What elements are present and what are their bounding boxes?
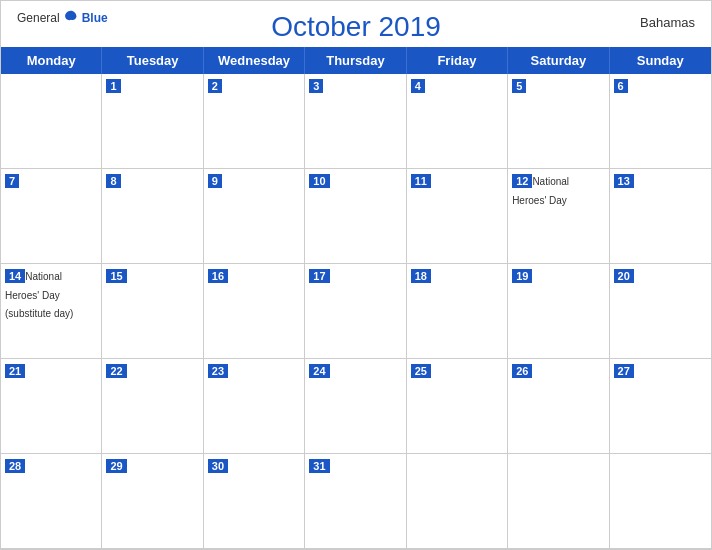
day-header-thursday: Thursday bbox=[305, 47, 406, 74]
day-header-sunday: Sunday bbox=[610, 47, 711, 74]
day-number: 3 bbox=[309, 79, 323, 93]
day-cell: 31 bbox=[305, 454, 406, 549]
calendar-grid: 123456789101112National Heroes' Day1314N… bbox=[1, 74, 711, 549]
day-cell: 3 bbox=[305, 74, 406, 169]
day-cell bbox=[1, 74, 102, 169]
country-label: Bahamas bbox=[640, 15, 695, 30]
day-number: 12 bbox=[512, 174, 532, 188]
month-title: October 2019 bbox=[271, 11, 441, 43]
logo-blue: Blue bbox=[82, 11, 108, 25]
day-cell: 16 bbox=[204, 264, 305, 359]
day-cell: 28 bbox=[1, 454, 102, 549]
day-cell: 5 bbox=[508, 74, 609, 169]
day-number: 2 bbox=[208, 79, 222, 93]
day-number: 24 bbox=[309, 364, 329, 378]
day-cell: 8 bbox=[102, 169, 203, 264]
day-number: 17 bbox=[309, 269, 329, 283]
day-number: 20 bbox=[614, 269, 634, 283]
day-number: 19 bbox=[512, 269, 532, 283]
logo-bird-icon bbox=[62, 9, 80, 27]
day-number: 13 bbox=[614, 174, 634, 188]
day-number: 14 bbox=[5, 269, 25, 283]
day-cell bbox=[407, 454, 508, 549]
day-cell: 24 bbox=[305, 359, 406, 454]
day-cell: 14National Heroes' Day (substitute day) bbox=[1, 264, 102, 359]
day-number: 7 bbox=[5, 174, 19, 188]
day-cell: 26 bbox=[508, 359, 609, 454]
day-number: 5 bbox=[512, 79, 526, 93]
day-cell: 6 bbox=[610, 74, 711, 169]
day-cell: 11 bbox=[407, 169, 508, 264]
day-number: 9 bbox=[208, 174, 222, 188]
day-number: 6 bbox=[614, 79, 628, 93]
day-cell: 13 bbox=[610, 169, 711, 264]
day-number: 10 bbox=[309, 174, 329, 188]
day-number: 29 bbox=[106, 459, 126, 473]
day-number: 1 bbox=[106, 79, 120, 93]
calendar-container: General Blue October 2019 Bahamas Monday… bbox=[0, 0, 712, 550]
day-number: 30 bbox=[208, 459, 228, 473]
day-cell: 30 bbox=[204, 454, 305, 549]
day-cell: 12National Heroes' Day bbox=[508, 169, 609, 264]
day-number: 8 bbox=[106, 174, 120, 188]
logo-general: General bbox=[17, 11, 60, 25]
day-number: 16 bbox=[208, 269, 228, 283]
day-cell: 15 bbox=[102, 264, 203, 359]
day-cell: 4 bbox=[407, 74, 508, 169]
day-number: 27 bbox=[614, 364, 634, 378]
day-header-saturday: Saturday bbox=[508, 47, 609, 74]
logo: General Blue bbox=[17, 9, 108, 27]
day-cell: 2 bbox=[204, 74, 305, 169]
day-header-tuesday: Tuesday bbox=[102, 47, 203, 74]
day-cell: 20 bbox=[610, 264, 711, 359]
day-cell: 23 bbox=[204, 359, 305, 454]
day-cell: 19 bbox=[508, 264, 609, 359]
day-cell: 1 bbox=[102, 74, 203, 169]
day-number: 25 bbox=[411, 364, 431, 378]
day-header-friday: Friday bbox=[407, 47, 508, 74]
day-number: 23 bbox=[208, 364, 228, 378]
day-cell: 21 bbox=[1, 359, 102, 454]
day-cell: 25 bbox=[407, 359, 508, 454]
day-cell: 27 bbox=[610, 359, 711, 454]
day-number: 15 bbox=[106, 269, 126, 283]
day-cell bbox=[508, 454, 609, 549]
calendar-header: General Blue October 2019 Bahamas bbox=[1, 1, 711, 47]
day-headers: Monday Tuesday Wednesday Thursday Friday… bbox=[1, 47, 711, 74]
day-cell: 17 bbox=[305, 264, 406, 359]
day-number: 4 bbox=[411, 79, 425, 93]
day-number: 26 bbox=[512, 364, 532, 378]
day-cell bbox=[610, 454, 711, 549]
day-cell: 29 bbox=[102, 454, 203, 549]
day-header-wednesday: Wednesday bbox=[204, 47, 305, 74]
day-cell: 10 bbox=[305, 169, 406, 264]
day-cell: 7 bbox=[1, 169, 102, 264]
day-cell: 9 bbox=[204, 169, 305, 264]
logo-text: General Blue bbox=[17, 9, 108, 27]
day-cell: 18 bbox=[407, 264, 508, 359]
day-header-monday: Monday bbox=[1, 47, 102, 74]
day-number: 22 bbox=[106, 364, 126, 378]
day-number: 18 bbox=[411, 269, 431, 283]
day-number: 21 bbox=[5, 364, 25, 378]
day-number: 11 bbox=[411, 174, 431, 188]
day-cell: 22 bbox=[102, 359, 203, 454]
day-number: 28 bbox=[5, 459, 25, 473]
day-number: 31 bbox=[309, 459, 329, 473]
